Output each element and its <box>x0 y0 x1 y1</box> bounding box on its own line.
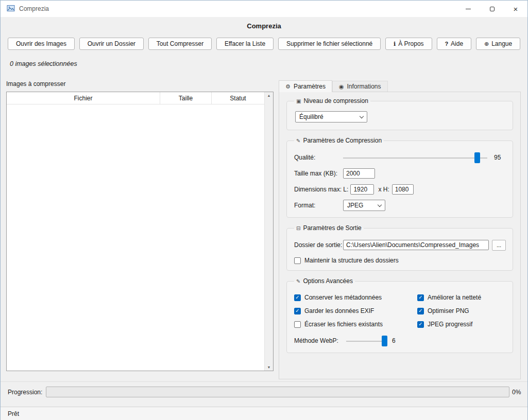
sharpen-checkbox[interactable]: Améliorer la netteté <box>417 294 506 301</box>
tab-parametres-label: Paramètres <box>294 83 326 90</box>
keep-metadata-checkbox[interactable]: Conserver les métadonnées <box>294 294 416 301</box>
remove-selected-button[interactable]: Supprimer le fichier sélectionné <box>278 38 381 50</box>
status-text: Prêt <box>8 410 19 417</box>
open-images-button[interactable]: Ouvrir des Images <box>8 38 75 50</box>
progressive-jpeg-checkbox[interactable]: JPEG progressif <box>417 321 506 328</box>
remove-selected-label: Supprimer le fichier sélectionné <box>286 40 372 47</box>
keep-exif-checkbox[interactable]: Garder les données EXIF <box>294 307 416 314</box>
quality-slider[interactable] <box>343 152 487 163</box>
window-controls: × <box>456 1 527 17</box>
about-button[interactable]: ℹÀ Propos <box>385 38 432 50</box>
overwrite-label: Écraser les fichiers existants <box>304 321 383 328</box>
info-circle-icon: ◉ <box>339 83 344 90</box>
output-group-icon: ⊟ <box>296 225 300 231</box>
chevron-down-icon <box>360 114 364 118</box>
sharpen-label: Améliorer la netteté <box>428 294 481 301</box>
keep-structure-label: Maintenir la structure des dossiers <box>304 257 399 264</box>
maximize-button[interactable] <box>480 1 504 17</box>
webp-method-slider[interactable] <box>346 336 387 346</box>
toolbar: Ouvrir des Images Ouvrir un Dossier Tout… <box>8 38 520 50</box>
optimize-png-label: Optimiser PNG <box>428 307 469 314</box>
optimize-png-checkbox[interactable]: Optimiser PNG <box>417 307 506 314</box>
open-folder-button[interactable]: Ouvrir un Dossier <box>79 38 144 50</box>
column-header-fichier[interactable]: Fichier <box>7 92 160 104</box>
compression-level-legend: ▣ Niveau de compression <box>294 97 370 104</box>
question-icon: ? <box>445 41 448 47</box>
close-button[interactable]: × <box>504 1 527 17</box>
minimize-icon <box>466 9 471 9</box>
column-header-taille[interactable]: Taille <box>160 92 212 104</box>
compression-level-select[interactable]: Équilibré <box>295 111 367 122</box>
compression-params-title: Paramètres de Compression <box>303 137 382 144</box>
output-dir-label: Dossier de sortie: <box>294 241 343 249</box>
browse-button[interactable]: ... <box>492 240 506 251</box>
maximize-icon <box>490 7 495 11</box>
webp-method-label: Méthode WebP: <box>294 337 346 344</box>
max-height-input[interactable] <box>392 184 414 195</box>
output-params-legend: ⊟ Paramètres de Sortie <box>294 224 364 232</box>
progressive-jpeg-label: JPEG progressif <box>428 321 472 328</box>
checkbox-icon <box>294 308 301 314</box>
minimize-button[interactable] <box>456 1 480 17</box>
advanced-group-icon: ✎ <box>296 278 300 284</box>
quality-slider-track <box>343 157 487 159</box>
file-table-main: Fichier Taille Statut <box>7 92 264 371</box>
language-label: Langue <box>491 40 512 47</box>
tab-informations[interactable]: ◉ Informations <box>332 81 388 92</box>
file-table: Fichier Taille Statut ▲ ▼ <box>6 92 274 371</box>
tab-parametres[interactable]: ⚙ Paramètres <box>279 80 332 92</box>
info-icon: ℹ <box>394 41 396 47</box>
scroll-up-icon[interactable]: ▲ <box>267 94 271 97</box>
compress-all-button[interactable]: Tout Compresser <box>148 38 212 50</box>
checkbox-icon <box>294 294 301 301</box>
file-table-header: Fichier Taille Statut <box>7 92 264 104</box>
checkbox-icon <box>417 321 424 328</box>
quality-slider-thumb[interactable] <box>474 152 480 163</box>
vertical-scrollbar[interactable]: ▲ ▼ <box>264 92 273 371</box>
language-button[interactable]: ⊕Langue <box>476 38 520 50</box>
compression-level-group: ▣ Niveau de compression Équilibré <box>286 97 513 130</box>
titlebar-left: Comprezia <box>1 4 49 14</box>
compression-params-legend: ✎ Paramètres de Compression <box>294 137 384 144</box>
overwrite-checkbox[interactable]: Écraser les fichiers existants <box>294 321 416 328</box>
compression-level-value: Équilibré <box>299 113 323 120</box>
output-params-group: ⊟ Paramètres de Sortie Dossier de sortie… <box>286 224 513 271</box>
chevron-down-icon <box>378 202 382 206</box>
keep-metadata-label: Conserver les métadonnées <box>304 294 382 301</box>
about-label: À Propos <box>398 40 423 47</box>
quality-label: Qualité: <box>294 154 343 161</box>
max-size-label: Taille max (KB): <box>294 170 343 177</box>
window-title: Comprezia <box>19 5 49 12</box>
compression-level-title: Niveau de compression <box>303 97 368 104</box>
level-group-icon: ▣ <box>296 98 301 104</box>
max-size-input[interactable] <box>343 168 375 179</box>
webp-slider-thumb[interactable] <box>382 336 387 346</box>
separator <box>1 381 527 382</box>
settings-panel: ▣ Niveau de compression Équilibré ✎ Para… <box>279 92 521 379</box>
quality-value: 95 <box>494 154 501 161</box>
compression-params-group: ✎ Paramètres de Compression Qualité: 95 … <box>286 137 513 218</box>
format-row: Format: JPEG <box>294 200 506 211</box>
scroll-down-icon[interactable]: ▼ <box>267 365 271 369</box>
column-header-statut[interactable]: Statut <box>212 92 264 104</box>
open-images-label: Ouvrir des Images <box>16 40 66 47</box>
advanced-checkboxes: Conserver les métadonnées Améliorer la n… <box>293 288 506 328</box>
max-width-input[interactable] <box>350 184 374 195</box>
webp-method-row: Méthode WebP: 6 <box>294 335 506 346</box>
format-select[interactable]: JPEG <box>343 200 385 211</box>
checkbox-icon <box>417 308 424 314</box>
tabbar: ⚙ Paramètres ◉ Informations <box>279 80 388 92</box>
compress-all-label: Tout Compresser <box>157 40 203 47</box>
progress-percent: 0% <box>512 389 521 396</box>
keep-structure-checkbox[interactable]: Maintenir la structure des dossiers <box>294 257 506 264</box>
help-button[interactable]: ?Aide <box>437 38 472 50</box>
output-dir-row: Dossier de sortie: ... <box>294 239 506 251</box>
height-label: x H: <box>378 186 389 193</box>
max-size-row: Taille max (KB): <box>294 168 506 179</box>
compression-group-icon: ✎ <box>296 138 300 144</box>
output-dir-input[interactable] <box>343 240 489 250</box>
checkbox-icon <box>294 257 301 264</box>
advanced-options-legend: ✎ Options Avancées <box>294 277 355 285</box>
keep-exif-label: Garder les données EXIF <box>304 307 374 314</box>
clear-list-button[interactable]: Effacer la Liste <box>216 38 274 50</box>
